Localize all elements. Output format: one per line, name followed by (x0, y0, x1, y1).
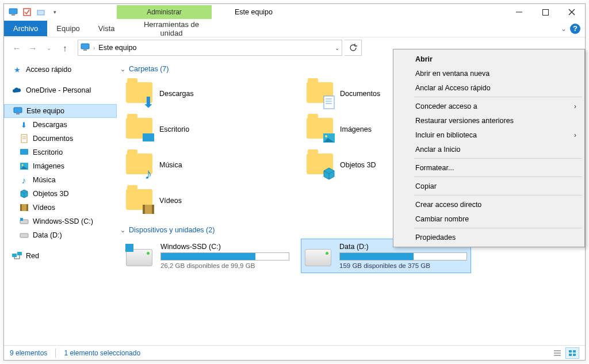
folder-icon (307, 151, 334, 179)
cm-format[interactable]: Formatear... (395, 160, 583, 175)
video-icon (19, 203, 29, 213)
svg-rect-1 (12, 14, 15, 16)
svg-rect-42 (573, 354, 576, 356)
sidebar-item-drive-d[interactable]: Data (D:) (4, 228, 117, 242)
sidebar-item-3d[interactable]: Objetos 3D (4, 187, 117, 201)
tab-vista[interactable]: Vista (89, 21, 124, 36)
help-icon[interactable]: ? (570, 24, 580, 34)
cm-properties[interactable]: Propiedades (395, 230, 583, 244)
folder-icon: ⬇ (126, 80, 154, 108)
svg-rect-35 (152, 205, 154, 214)
properties-icon[interactable] (22, 7, 32, 17)
folder-icon: ♪ (126, 151, 154, 179)
download-icon: ⬇ (19, 120, 29, 130)
tab-equipo[interactable]: Equipo (47, 21, 89, 36)
separator (414, 177, 582, 177)
ribbon-collapse-icon[interactable]: ⌄ (561, 25, 567, 33)
drive-free-text: 159 GB disponibles de 375 GB (339, 262, 467, 269)
cm-include-library[interactable]: Incluir en biblioteca› (395, 128, 583, 142)
status-item-count: 9 elementos (10, 349, 47, 357)
cm-create-shortcut[interactable]: Crear acceso directo (395, 197, 583, 212)
sidebar-item-desktop[interactable]: Escritorio (4, 145, 117, 159)
cm-restore-versions[interactable]: Restaurar versiones anteriores (395, 113, 583, 128)
view-tiles-button[interactable] (565, 347, 579, 359)
maximize-button[interactable] (532, 4, 559, 20)
close-button[interactable] (559, 4, 585, 20)
recent-dropdown-icon[interactable]: ⌄ (42, 41, 56, 55)
svg-point-17 (21, 164, 23, 166)
picture-icon (19, 162, 29, 171)
svg-rect-22 (20, 218, 23, 221)
address-dropdown-icon[interactable]: ⌄ (335, 45, 339, 51)
cm-pin-start[interactable]: Anclar a Inicio (395, 142, 583, 156)
minimize-button[interactable] (506, 4, 532, 20)
view-details-button[interactable] (550, 347, 564, 359)
drive-icon (305, 242, 332, 270)
sidebar-item-music[interactable]: ♪Música (4, 173, 117, 187)
svg-rect-11 (16, 113, 20, 114)
cube-icon (19, 189, 29, 199)
drive-c[interactable]: Windows-SSD (C:) 26,2 GB disponibles de … (123, 239, 293, 273)
sidebar-onedrive[interactable]: OneDrive - Personal (4, 83, 117, 97)
address-bar[interactable]: › Este equipo ⌄ (78, 40, 342, 56)
sidebar-this-pc[interactable]: Este equipo (4, 104, 117, 118)
forward-button[interactable]: → (26, 41, 40, 55)
sidebar-item-label: Documentos (33, 135, 73, 143)
new-folder-icon[interactable] (36, 7, 45, 17)
sidebar-item-drive-c[interactable]: Windows-SSD (C:) (4, 214, 117, 228)
up-button[interactable]: ↑ (58, 41, 72, 55)
folder-downloads[interactable]: ⬇ Descargas (123, 78, 295, 110)
breadcrumb[interactable]: Este equipo (98, 44, 136, 52)
this-pc-icon (13, 106, 22, 116)
sidebar-item-label: Acceso rápido (26, 66, 71, 74)
separator (414, 228, 582, 228)
window-title: Este equipo (235, 8, 273, 16)
cm-label: Conceder acceso a (415, 102, 477, 110)
folder-music[interactable]: ♪ Música (123, 149, 295, 181)
cm-pin-quick-access[interactable]: Anclar al Acceso rápido (395, 81, 583, 95)
sidebar-item-documents[interactable]: Documentos (4, 132, 117, 145)
cm-open-new-window[interactable]: Abrir en ventana nueva (395, 66, 583, 81)
file-tab[interactable]: Archivo (4, 21, 47, 36)
svg-rect-26 (324, 96, 334, 109)
folder-icon (126, 116, 154, 143)
navigation-pane: ★ Acceso rápido OneDrive - Personal Este… (4, 58, 117, 345)
folder-label: Documentos (340, 90, 380, 98)
sidebar-item-label: Data (D:) (33, 231, 62, 239)
refresh-button[interactable] (345, 40, 362, 56)
drive-icon (126, 242, 154, 270)
folder-label: Objetos 3D (340, 161, 376, 169)
back-button[interactable]: ← (10, 41, 24, 55)
svg-rect-24 (12, 254, 17, 257)
cm-rename[interactable]: Cambiar nombre (395, 212, 583, 226)
separator (414, 195, 582, 196)
chevron-right-icon[interactable]: › (93, 45, 95, 51)
svg-rect-39 (569, 350, 572, 352)
qat-dropdown-icon[interactable]: ▾ (50, 7, 59, 17)
drive-icon (19, 231, 29, 240)
svg-rect-9 (83, 49, 87, 51)
sidebar-network[interactable]: Red (4, 249, 117, 263)
folder-icon (126, 187, 154, 214)
sidebar-item-pictures[interactable]: Imágenes (4, 159, 117, 173)
folder-videos[interactable]: Vídeos (123, 185, 295, 217)
svg-rect-23 (20, 233, 28, 237)
drive-usage-bar (339, 252, 467, 260)
sidebar-quick-access[interactable]: ★ Acceso rápido (4, 63, 117, 76)
folder-desktop[interactable]: Escritorio (123, 113, 295, 145)
cm-grant-access[interactable]: Conceder acceso a› (395, 99, 583, 113)
svg-rect-0 (9, 9, 17, 14)
cm-open[interactable]: Abrir (395, 52, 583, 66)
cloud-icon (12, 86, 22, 95)
chevron-right-icon: › (574, 102, 576, 110)
folder-icon (307, 116, 334, 143)
folder-icon (307, 80, 334, 108)
network-icon (12, 251, 22, 261)
sidebar-item-videos[interactable]: Vídeos (4, 201, 117, 214)
folder-label: Imágenes (340, 125, 372, 133)
sidebar-item-label: Imágenes (33, 162, 64, 170)
svg-rect-19 (20, 204, 22, 211)
sidebar-item-downloads[interactable]: ⬇Descargas (4, 118, 117, 132)
svg-rect-20 (26, 204, 28, 211)
cm-copy[interactable]: Copiar (395, 179, 583, 193)
